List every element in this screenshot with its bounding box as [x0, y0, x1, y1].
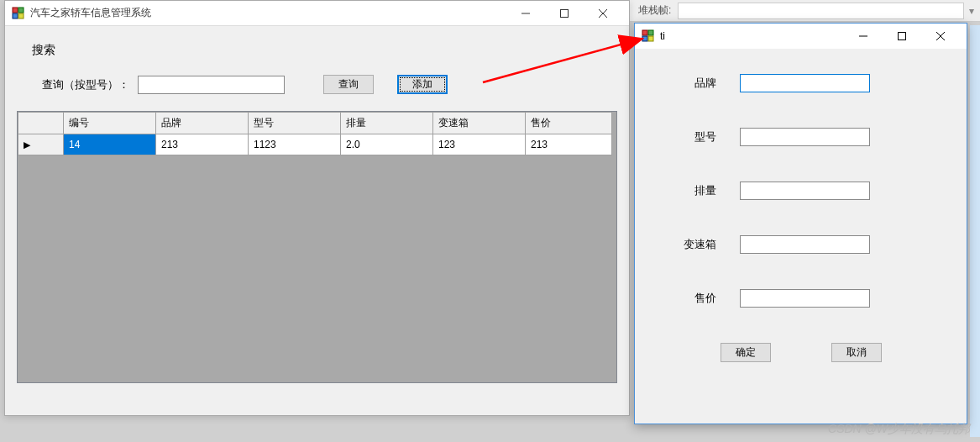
cell[interactable]: 123: [433, 134, 526, 155]
form-label: 型号: [660, 129, 740, 145]
svg-rect-9: [648, 30, 653, 35]
stack-frame-label: 堆栈帧:: [638, 3, 671, 18]
grid-header-row: 编号 品牌 型号 排量 变速箱 售价: [18, 113, 612, 134]
close-button[interactable]: [921, 24, 960, 49]
col-header[interactable]: 售价: [526, 113, 612, 134]
background-strip: [970, 25, 980, 437]
window-title: 汽车之家轿车信息管理系统: [30, 6, 506, 20]
table-row[interactable]: ▶ 14 213 1123 2.0 123 213: [18, 134, 612, 155]
svg-rect-5: [561, 9, 569, 17]
dialog-titlebar[interactable]: ti: [635, 24, 967, 49]
form-row-transmission: 变速箱: [660, 235, 941, 254]
cancel-button[interactable]: 取消: [831, 343, 882, 362]
transmission-input[interactable]: [740, 235, 870, 254]
add-dialog: ti 品牌 型号 排量 变速箱: [634, 23, 967, 424]
displacement-input[interactable]: [740, 182, 870, 200]
svg-rect-10: [642, 36, 647, 41]
model-input[interactable]: [740, 128, 870, 146]
dropdown-icon[interactable]: ▾: [969, 5, 974, 17]
search-label: 查询（按型号）：: [42, 77, 129, 92]
col-header[interactable]: 品牌: [156, 113, 249, 134]
row-indicator: ▶: [18, 134, 64, 155]
form-row-model: 型号: [660, 128, 941, 146]
svg-rect-2: [13, 13, 18, 18]
ok-button[interactable]: 确定: [721, 343, 771, 362]
svg-rect-13: [899, 33, 906, 40]
cell[interactable]: 14: [64, 134, 156, 155]
svg-rect-3: [18, 13, 24, 18]
form-row-brand: 品牌: [660, 74, 941, 92]
form-label: 排量: [660, 183, 740, 198]
watermark: CSDN @W少年没有乌托邦: [828, 422, 970, 437]
svg-rect-8: [642, 30, 647, 35]
corner-header: [18, 113, 64, 134]
cell[interactable]: 1123: [249, 134, 341, 155]
col-header[interactable]: 变速箱: [433, 113, 526, 134]
main-window: 汽车之家轿车信息管理系统 搜索 查询（按型号）： 查询 添加: [4, 0, 630, 416]
app-icon: [12, 7, 25, 20]
dialog-title: ti: [660, 30, 844, 42]
minimize-button[interactable]: [844, 24, 883, 49]
main-titlebar[interactable]: 汽车之家轿车信息管理系统: [5, 1, 629, 26]
add-button[interactable]: 添加: [397, 75, 448, 94]
app-icon: [642, 29, 655, 43]
cell[interactable]: 213: [156, 134, 249, 155]
col-header[interactable]: 编号: [64, 113, 156, 134]
close-button[interactable]: [584, 1, 622, 26]
ide-toolbar-fragment: 堆栈帧: ▾: [630, 0, 980, 22]
query-button[interactable]: 查询: [323, 75, 374, 94]
maximize-button[interactable]: [545, 1, 584, 26]
form-row-displacement: 排量: [660, 182, 941, 200]
form-label: 售价: [660, 291, 740, 306]
col-header[interactable]: 型号: [249, 113, 341, 134]
stack-frame-combo[interactable]: [678, 3, 964, 19]
svg-rect-1: [18, 8, 24, 13]
form-label: 品牌: [660, 76, 740, 91]
cell[interactable]: 2.0: [341, 134, 433, 155]
cell[interactable]: 213: [526, 134, 612, 155]
col-header[interactable]: 排量: [341, 113, 433, 134]
maximize-button[interactable]: [883, 24, 921, 49]
minimize-button[interactable]: [506, 1, 545, 26]
brand-input[interactable]: [740, 74, 870, 92]
search-input[interactable]: [138, 76, 285, 94]
form-label: 变速箱: [660, 237, 740, 252]
search-section-title: 搜索: [32, 43, 617, 58]
form-row-price: 售价: [660, 289, 941, 308]
svg-rect-11: [648, 36, 653, 41]
price-input[interactable]: [740, 289, 870, 308]
svg-rect-0: [13, 8, 18, 13]
data-grid[interactable]: 编号 品牌 型号 排量 变速箱 售价 ▶ 14 213 1123 2.0: [17, 111, 617, 383]
